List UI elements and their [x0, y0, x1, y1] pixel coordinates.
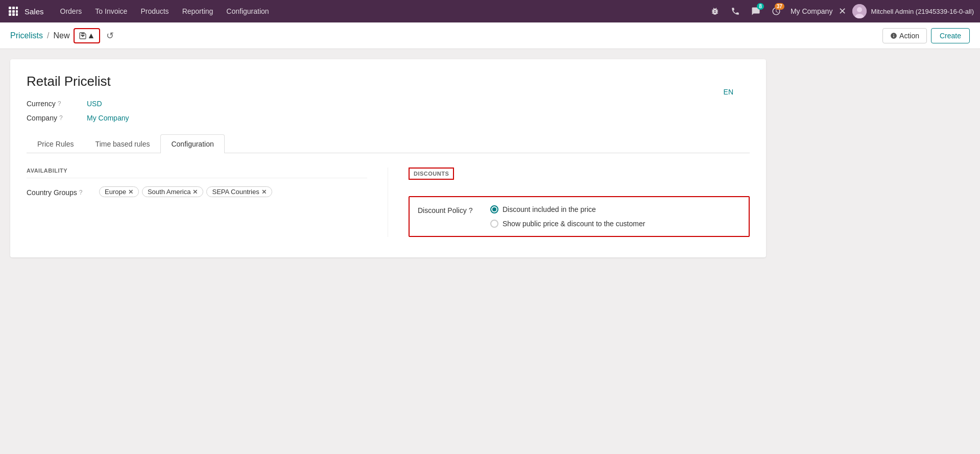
svg-rect-6 [9, 13, 11, 16]
user-name: Mitchell Admin (21945339-16-0-all) [871, 8, 974, 15]
svg-rect-5 [16, 10, 18, 13]
tab-configuration[interactable]: Configuration [160, 134, 224, 153]
discount-policy-field: Discount Policy ? Discount included in t… [418, 205, 740, 228]
svg-rect-0 [9, 7, 11, 9]
radio-option-included[interactable]: Discount included in the price [490, 205, 645, 213]
tab-price-rules[interactable]: Price Rules [27, 134, 85, 153]
discount-policy-options: Discount included in the price Show publ… [490, 205, 645, 228]
company-name[interactable]: My Company [791, 7, 832, 15]
radio-included-label: Discount included in the price [503, 205, 596, 213]
currency-label: Currency ? [27, 100, 83, 108]
grid-icon[interactable] [6, 4, 20, 18]
nav-configuration[interactable]: Configuration [220, 4, 275, 18]
discount-policy-label: Discount Policy ? [418, 205, 484, 214]
svg-rect-8 [16, 13, 18, 16]
company-row: Company ? My Company [27, 114, 750, 122]
country-groups-label: Country Groups ? [27, 186, 93, 197]
country-groups-help-icon[interactable]: ? [79, 189, 83, 196]
form-title: Retail Pricelist [27, 74, 750, 89]
navbar-menu: Orders To Invoice Products Reporting Con… [54, 4, 705, 18]
form-card: Retail Pricelist EN Currency ? USD Compa… [10, 59, 766, 257]
currency-help-icon[interactable]: ? [58, 100, 61, 107]
radio-included-dot [492, 207, 496, 211]
company-label: Company ? [27, 114, 83, 122]
tag-sepa-countries: SEPA Countries ✕ [206, 186, 272, 197]
discard-button[interactable]: ↺ [104, 28, 116, 43]
tag-south-america-remove[interactable]: ✕ [193, 188, 198, 196]
breadcrumb-bar: Pricelists / New ▲ ↺ Action Create [0, 22, 980, 49]
radio-option-show[interactable]: Show public price & discount to the cust… [490, 220, 645, 228]
breadcrumb-separator: / [47, 31, 49, 40]
country-groups-tags: Europe ✕ South America ✕ SEPA Countries … [99, 186, 367, 197]
breadcrumb-current: New [53, 31, 69, 40]
radio-included-circle[interactable] [490, 205, 498, 213]
availability-section: AVAILABILITY Country Groups ? Europe ✕ [27, 168, 388, 237]
tabs: Price Rules Time based rules Configurati… [27, 134, 750, 153]
svg-point-10 [857, 7, 862, 12]
avatar[interactable] [852, 4, 867, 18]
nav-products[interactable]: Products [134, 4, 175, 18]
tag-south-america: South America ✕ [142, 186, 204, 197]
svg-rect-3 [9, 10, 11, 13]
tools-icon[interactable]: ✕ [839, 6, 846, 17]
tab-content-configuration: AVAILABILITY Country Groups ? Europe ✕ [27, 168, 750, 237]
activity-badge: 37 [775, 3, 784, 10]
tag-sepa-countries-remove[interactable]: ✕ [261, 188, 267, 196]
breadcrumb-parent[interactable]: Pricelists [10, 31, 43, 40]
lang-badge[interactable]: EN [724, 88, 733, 96]
svg-rect-4 [12, 10, 15, 13]
action-label: Action [899, 32, 919, 40]
radio-show-label: Show public price & discount to the cust… [503, 220, 645, 228]
navbar: Sales Orders To Invoice Products Reporti… [0, 0, 980, 22]
phone-icon-btn[interactable] [727, 3, 744, 19]
tag-europe-remove[interactable]: ✕ [128, 188, 133, 196]
save-button[interactable]: ▲ [74, 28, 100, 43]
discounts-section: DISCOUNTS Discount Policy ? [388, 168, 750, 237]
breadcrumb-actions: Action Create [882, 28, 970, 43]
svg-rect-1 [12, 7, 15, 9]
tag-europe: Europe ✕ [99, 186, 139, 197]
form-fields: Currency ? USD Company ? My Company [27, 100, 750, 122]
discounts-heading: DISCOUNTS [409, 168, 454, 180]
country-groups-field: Country Groups ? Europe ✕ South America … [27, 186, 367, 197]
action-button[interactable]: Action [882, 28, 927, 43]
nav-orders[interactable]: Orders [54, 4, 88, 18]
app-name[interactable]: Sales [25, 7, 44, 16]
main-content: Retail Pricelist EN Currency ? USD Compa… [0, 49, 980, 268]
tab-time-based-rules[interactable]: Time based rules [85, 134, 161, 153]
bug-icon-btn[interactable] [707, 3, 723, 19]
company-value: My Company [87, 114, 129, 122]
navbar-right: 8 37 My Company ✕ Mitchell Admin (219453… [707, 3, 974, 19]
company-help-icon[interactable]: ? [59, 114, 63, 122]
radio-show-circle[interactable] [490, 220, 498, 228]
chat-icon-btn[interactable]: 8 [748, 3, 764, 19]
nav-reporting[interactable]: Reporting [176, 4, 220, 18]
availability-heading: AVAILABILITY [27, 168, 367, 178]
currency-value[interactable]: USD [87, 100, 102, 108]
svg-rect-2 [16, 7, 18, 9]
discount-policy-help-icon[interactable]: ? [469, 206, 473, 214]
chat-badge: 8 [757, 3, 764, 10]
breadcrumb: Pricelists / New ▲ ↺ [10, 28, 116, 43]
nav-to-invoice[interactable]: To Invoice [89, 4, 133, 18]
currency-row: Currency ? USD [27, 100, 750, 108]
discount-policy-box: Discount Policy ? Discount included in t… [409, 196, 750, 237]
create-button[interactable]: Create [931, 28, 970, 43]
svg-rect-7 [12, 13, 15, 16]
activity-icon-btn[interactable]: 37 [768, 3, 784, 19]
